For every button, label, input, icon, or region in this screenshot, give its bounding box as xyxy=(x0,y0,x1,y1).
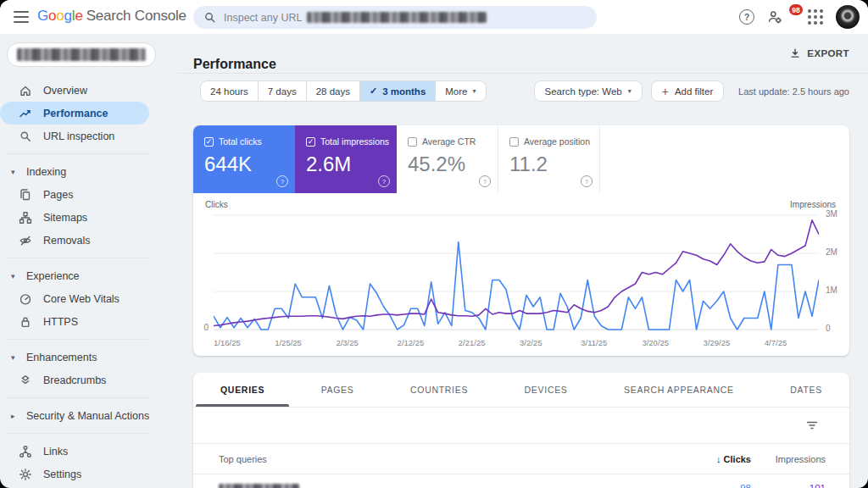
sidebar: OverviewPerformanceURL inspection▾Indexi… xyxy=(0,34,178,488)
unchecked-checkbox-icon[interactable] xyxy=(408,137,417,147)
date-chip-label: 7 days xyxy=(268,86,297,97)
help-icon[interactable]: ? xyxy=(479,175,491,187)
section-label: Enhancements xyxy=(26,352,97,363)
sidebar-item-overview[interactable]: Overview xyxy=(0,79,149,102)
date-chip-label: 24 hours xyxy=(210,86,248,97)
manage-account-icon[interactable] xyxy=(767,9,782,25)
sidebar-item-sitemaps[interactable]: Sitemaps xyxy=(0,206,149,229)
help-icon[interactable]: ? xyxy=(739,9,754,25)
sidebar-item-breadcrumbs[interactable]: Breadcrumbs xyxy=(0,369,149,391)
app-logo[interactable]: GoogleSearch Console xyxy=(37,8,186,25)
metric-tile-average-ctr[interactable]: Average CTR45.2%? xyxy=(397,125,498,193)
sidebar-item-performance[interactable]: Performance xyxy=(0,102,149,125)
metric-tile-total-clicks[interactable]: ✓Total clicks644K? xyxy=(193,125,295,193)
hamburger-menu-icon[interactable] xyxy=(14,11,29,23)
search-type-chip[interactable]: Search type: Web ▾ xyxy=(534,80,643,102)
right-axis-tick: 0 xyxy=(826,324,851,333)
filter-row: 24 hours7 days28 days✓3 monthsMore▾ Sear… xyxy=(200,80,849,102)
x-axis-tick: 3/20/25 xyxy=(642,338,669,347)
pages-icon xyxy=(19,188,32,202)
sidebar-item-settings[interactable]: Settings xyxy=(0,463,149,485)
sidebar-section-experience[interactable]: ▾Experience xyxy=(0,264,178,287)
row-clicks-value: 98 xyxy=(632,483,751,488)
x-axis-tick: 2/3/25 xyxy=(336,338,358,347)
home-icon xyxy=(19,84,32,97)
url-inspect-searchbox[interactable]: Inspect any URL xyxy=(193,6,597,29)
breadcrumbs-icon xyxy=(19,374,32,387)
impressions-column-header[interactable]: Impressions xyxy=(751,454,849,464)
sidebar-section-security-manual-actions[interactable]: ▸Security & Manual Actions xyxy=(0,404,178,427)
sidebar-item-label: Pages xyxy=(43,189,73,201)
sidebar-item-label: HTTPS xyxy=(43,316,78,328)
help-icon[interactable]: ? xyxy=(378,175,390,187)
sidebar-section-enhancements[interactable]: ▾Enhancements xyxy=(0,346,178,369)
x-axis-tick: 2/21/25 xyxy=(459,338,486,347)
checked-checkbox-icon[interactable]: ✓ xyxy=(306,137,315,147)
metric-tile-total-impressions[interactable]: ✓Total impressions2.6M? xyxy=(295,125,397,193)
product-name: Search Console xyxy=(86,8,186,24)
sidebar-item-url-inspection[interactable]: URL inspection xyxy=(0,125,149,147)
tab-countries[interactable]: COUNTRIES xyxy=(403,373,475,407)
sidebar-section-indexing[interactable]: ▾Indexing xyxy=(0,160,178,183)
help-icon[interactable]: ? xyxy=(276,175,288,187)
chevron-down-icon: ▾ xyxy=(628,87,632,95)
export-button[interactable]: EXPORT xyxy=(789,47,849,59)
date-chip-28-days[interactable]: 28 days xyxy=(307,81,360,101)
tab-devices[interactable]: DEVICES xyxy=(518,373,575,407)
x-axis-tick: 1/16/25 xyxy=(214,338,241,347)
property-selector[interactable] xyxy=(7,42,156,67)
app-window: GoogleSearch Console Inspect any URL ? 9… xyxy=(0,0,868,488)
table-row[interactable]: 98 101 xyxy=(193,474,849,488)
filter-icon[interactable] xyxy=(805,419,819,432)
tab-queries[interactable]: QUERIES xyxy=(214,373,271,407)
metric-tiles: ✓Total clicks644K?✓Total impressions2.6M… xyxy=(193,125,600,193)
help-icon[interactable]: ? xyxy=(581,175,593,187)
tab-dates[interactable]: DATES xyxy=(783,373,829,407)
search-type-label: Search type: Web xyxy=(545,86,622,97)
google-apps-grid-icon[interactable] xyxy=(808,9,823,25)
tab-search-appearance[interactable]: SEARCH APPEARANCE xyxy=(617,373,741,407)
sidebar-item-core-web-vitals[interactable]: Core Web Vitals xyxy=(0,287,149,310)
sidebar-item-links[interactable]: Links xyxy=(0,440,149,463)
notification-count-badge: 98 xyxy=(789,4,803,15)
sidebar-divider xyxy=(7,433,149,434)
metric-tile-average-position[interactable]: Average position11.2? xyxy=(498,125,600,193)
section-label: Experience xyxy=(26,270,80,282)
metric-value: 2.6M xyxy=(306,152,397,176)
x-axis-tick: 3/11/25 xyxy=(581,338,607,347)
sidebar-item-https[interactable]: HTTPS xyxy=(0,310,149,333)
sidebar-item-pages[interactable]: Pages xyxy=(0,183,149,206)
date-chip-more[interactable]: More▾ xyxy=(436,81,485,101)
section-label: Security & Manual Actions xyxy=(26,410,149,422)
clicks-column-header[interactable]: ↓Clicks xyxy=(632,454,751,464)
add-filter-label: Add filter xyxy=(675,86,713,97)
redacted-query-text xyxy=(219,484,299,488)
sidebar-item-label: Overview xyxy=(43,85,87,97)
row-impressions-value: 101 xyxy=(751,483,849,488)
tab-pages[interactable]: PAGES xyxy=(314,373,361,407)
timeseries-chart[interactable] xyxy=(214,212,819,335)
sidebar-divider xyxy=(7,397,149,398)
unchecked-checkbox-icon[interactable] xyxy=(509,137,519,147)
sidebar-item-label: Performance xyxy=(43,108,108,119)
date-chip-24-hours[interactable]: 24 hours xyxy=(201,81,259,101)
performance-chart-card: ✓Total clicks644K?✓Total impressions2.6M… xyxy=(193,125,849,356)
top-queries-column-header[interactable]: Top queries xyxy=(219,454,632,464)
avatar[interactable] xyxy=(836,5,860,29)
metric-value: 11.2 xyxy=(509,152,599,176)
caret-down-icon: ▾ xyxy=(11,353,21,362)
export-label: EXPORT xyxy=(807,48,849,58)
metric-label: Total impressions xyxy=(320,136,389,147)
sidebar-item-removals[interactable]: Removals xyxy=(0,229,149,252)
date-chip-7-days[interactable]: 7 days xyxy=(259,81,307,101)
left-axis-label: Clicks xyxy=(205,200,228,209)
metric-label-row: Average CTR xyxy=(408,136,498,147)
checked-checkbox-icon[interactable]: ✓ xyxy=(204,137,214,147)
sitemaps-icon xyxy=(19,211,32,225)
caret-down-icon: ▾ xyxy=(11,272,21,280)
sidebar-nav-list: OverviewPerformanceURL inspection▾Indexi… xyxy=(0,79,178,488)
date-chip-3-months[interactable]: ✓3 months xyxy=(360,81,436,101)
add-filter-chip[interactable]: + Add filter xyxy=(651,80,725,102)
metric-value: 45.2% xyxy=(408,152,498,176)
section-label: Indexing xyxy=(26,166,66,178)
